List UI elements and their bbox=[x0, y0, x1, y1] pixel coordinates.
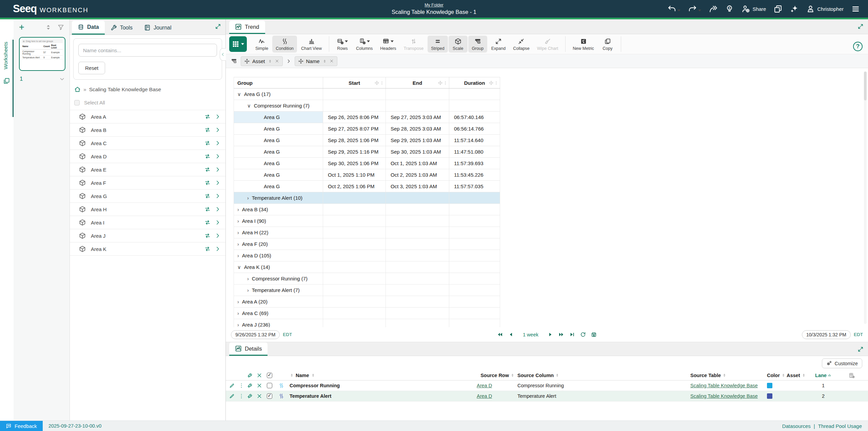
chevron-right-icon[interactable] bbox=[215, 166, 221, 173]
chevron-right-icon[interactable] bbox=[215, 219, 221, 226]
sort-icon[interactable] bbox=[322, 59, 327, 63]
tab-details[interactable]: Details bbox=[229, 342, 268, 356]
range-duration-label[interactable]: 1 week bbox=[523, 332, 538, 337]
swap-asset-icon[interactable] bbox=[204, 140, 211, 146]
datasources-link[interactable]: Datasources bbox=[782, 423, 811, 429]
table-row[interactable]: ∨Compressor Running (7) bbox=[234, 100, 500, 112]
tab-journal[interactable]: Journal bbox=[138, 21, 177, 35]
toolbar-button-copy[interactable]: Copy bbox=[598, 36, 617, 53]
chevron-right-icon[interactable] bbox=[215, 114, 221, 120]
remove-item-icon[interactable] bbox=[257, 383, 262, 388]
details-column-lane[interactable]: Lane bbox=[811, 373, 835, 378]
reorder-worksheets-icon[interactable] bbox=[45, 24, 52, 31]
details-column-source-table[interactable]: Source Table bbox=[690, 373, 767, 378]
rocket-icon[interactable] bbox=[247, 383, 253, 388]
chevron-right-icon[interactable] bbox=[215, 140, 221, 146]
row-caret[interactable]: › bbox=[237, 253, 239, 258]
column-header-start[interactable]: Start bbox=[323, 77, 386, 88]
row-caret[interactable]: › bbox=[247, 288, 249, 293]
asset-list-item[interactable]: Area J bbox=[70, 229, 225, 242]
toolbar-button-expand[interactable]: Expand bbox=[488, 36, 509, 53]
details-column-asset[interactable]: Asset bbox=[787, 373, 811, 378]
remove-item-icon[interactable] bbox=[257, 393, 262, 399]
add-worksheet-button[interactable]: + bbox=[19, 23, 24, 32]
toolbar-button-group[interactable]: Group bbox=[468, 36, 487, 53]
table-row[interactable]: Area G Sep 29, 2025 1:16 PM Sep 30, 2025… bbox=[234, 146, 500, 158]
table-row[interactable]: ›Compressor Running (7) bbox=[234, 273, 500, 285]
swap-asset-icon[interactable] bbox=[204, 246, 211, 252]
toolbar-button-collapse[interactable]: Collapse bbox=[510, 36, 533, 53]
ai-assistant-button[interactable] bbox=[790, 5, 798, 13]
column-header-duration[interactable]: Duration bbox=[449, 77, 500, 88]
select-all-checkbox[interactable] bbox=[74, 100, 80, 105]
swap-asset-icon[interactable] bbox=[204, 127, 211, 133]
table-row[interactable]: ∨Area G (17) bbox=[234, 89, 500, 100]
swap-asset-icon[interactable] bbox=[204, 233, 211, 239]
chevron-right-icon[interactable] bbox=[215, 206, 221, 212]
table-row[interactable]: ›Temperature Alert (7) bbox=[234, 285, 500, 296]
breadcrumb-my-folder[interactable]: My Folder bbox=[425, 3, 443, 7]
asset-list-item[interactable]: Area K bbox=[70, 242, 225, 256]
toolbar-button-chart-view[interactable]: Chart View bbox=[298, 36, 325, 53]
row-caret[interactable]: › bbox=[237, 241, 239, 247]
asset-list-item[interactable]: Area F bbox=[70, 176, 225, 190]
rocket-icon[interactable] bbox=[247, 373, 253, 378]
table-row[interactable]: ›Area I (90) bbox=[234, 215, 500, 227]
table-row[interactable]: ›Area A (20) bbox=[234, 296, 500, 308]
toolbar-button-condition[interactable]: Condition bbox=[272, 36, 297, 53]
row-caret[interactable]: › bbox=[237, 311, 239, 316]
remove-chip-icon[interactable] bbox=[330, 59, 334, 63]
redo-button[interactable] bbox=[688, 5, 701, 13]
chevron-right-icon[interactable] bbox=[215, 180, 221, 186]
row-caret[interactable]: › bbox=[237, 218, 239, 224]
worksheet-number[interactable]: 1 bbox=[20, 76, 23, 82]
table-row[interactable]: Area G Oct 2, 2025 1:06 PM Oct 3, 2025 1… bbox=[234, 181, 500, 192]
feedback-button[interactable]: Feedback bbox=[0, 421, 43, 431]
thread-pool-usage-link[interactable]: Thread Pool Usage bbox=[818, 423, 862, 429]
remove-chip-icon[interactable] bbox=[275, 59, 279, 63]
filter-worksheets-icon[interactable] bbox=[58, 24, 64, 31]
item-checkbox[interactable] bbox=[267, 383, 272, 388]
column-header-group[interactable]: Group bbox=[234, 77, 323, 88]
worksheets-rail-label[interactable]: Worksheets bbox=[3, 42, 9, 70]
table-row[interactable]: ›Area H (22) bbox=[234, 227, 500, 238]
table-row[interactable]: ›Area F (20) bbox=[234, 238, 500, 250]
chevron-right-icon[interactable] bbox=[215, 193, 221, 199]
table-row[interactable]: Area G Sep 27, 2025 8:07 PM Sep 28, 2025… bbox=[234, 123, 500, 135]
table-view-menu-button[interactable] bbox=[229, 36, 247, 52]
share-button[interactable]: Share bbox=[742, 5, 766, 13]
table-row[interactable]: Area G Sep 26, 2025 8:06 PM Sep 27, 2025… bbox=[234, 112, 500, 123]
toolbar-button-striped[interactable]: Striped bbox=[428, 36, 448, 53]
toolbar-button-scale[interactable]: Scale bbox=[449, 36, 468, 53]
row-caret[interactable]: › bbox=[247, 195, 249, 201]
scrollbar-thumb[interactable] bbox=[864, 72, 867, 100]
expand-details-button[interactable] bbox=[857, 346, 864, 352]
item-checkbox[interactable] bbox=[267, 393, 272, 399]
sort-icon[interactable] bbox=[555, 373, 559, 377]
row-caret[interactable]: › bbox=[237, 230, 239, 235]
worksheet-thumbnail[interactable]: Drag here to set row groups Name Count R… bbox=[19, 37, 65, 71]
asset-list-item[interactable]: Area A bbox=[70, 110, 225, 123]
hamburger-menu-button[interactable] bbox=[851, 5, 860, 13]
add-column-button[interactable] bbox=[835, 372, 868, 378]
swap-asset-icon[interactable] bbox=[204, 193, 211, 199]
asset-list-item[interactable]: Area B bbox=[70, 123, 225, 137]
toolbar-button-simple[interactable]: Simple bbox=[252, 36, 272, 53]
table-row[interactable]: ›Area D (105) bbox=[234, 250, 500, 261]
table-scrollbar[interactable] bbox=[864, 72, 867, 324]
swap-asset-icon[interactable] bbox=[204, 206, 211, 212]
source-row-link[interactable]: Area D bbox=[477, 393, 492, 399]
range-start-input[interactable]: 9/26/2025 1:32 PM bbox=[231, 330, 280, 339]
sort-icon[interactable] bbox=[311, 373, 315, 377]
chevron-right-icon[interactable] bbox=[215, 246, 221, 252]
chevron-down-icon[interactable] bbox=[59, 76, 65, 82]
swap-asset-icon[interactable] bbox=[204, 153, 211, 159]
edit-pencil-icon[interactable] bbox=[229, 393, 235, 399]
tab-data[interactable]: Data bbox=[72, 21, 105, 35]
asset-list-item[interactable]: Area I bbox=[70, 216, 225, 229]
toolbar-button-columns[interactable]: Columns bbox=[353, 36, 376, 53]
table-row[interactable]: Area G Oct 1, 2025 1:10 PM Oct 2, 2025 1… bbox=[234, 169, 500, 181]
table-row[interactable]: Area G Sep 30, 2025 1:06 PM Oct 1, 2025 … bbox=[234, 158, 500, 169]
item-name[interactable]: Compressor Running bbox=[288, 383, 477, 388]
column-menu-icon[interactable] bbox=[494, 81, 498, 85]
